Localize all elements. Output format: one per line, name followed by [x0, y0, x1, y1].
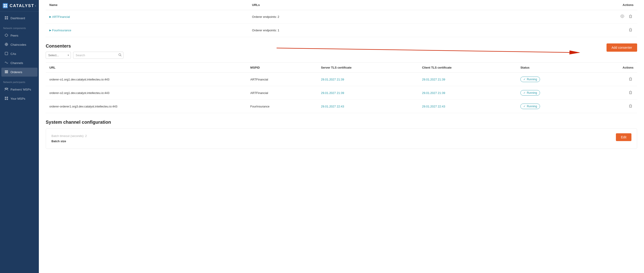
edit-button[interactable]: Edit: [616, 133, 632, 141]
col-name: Name: [46, 0, 248, 10]
svg-rect-4: [5, 16, 6, 18]
system-channel-section: System channel configuration Batch timeo…: [39, 113, 644, 152]
sidebar-collapse-icon[interactable]: ‹: [35, 4, 36, 8]
peers-icon: [4, 33, 8, 38]
consenter-actions: [588, 86, 637, 100]
consenters-title: Consenters: [46, 44, 71, 49]
orderer-action-icons-2: [492, 27, 634, 33]
col-actions: Actions: [588, 63, 637, 73]
batch-timeout-label: Batch timeout (seconds):: [52, 134, 84, 138]
col-mspid: MSPID: [246, 63, 317, 73]
svg-point-20: [5, 88, 6, 89]
svg-rect-24: [5, 99, 6, 100]
sidebar-item-partners-msps-label: Partners' MSPs: [10, 88, 31, 91]
view-button[interactable]: [619, 14, 625, 20]
your-msps-icon: [4, 97, 8, 101]
orderer-name: ARTFinancial: [52, 15, 70, 19]
sidebar-item-your-msps[interactable]: Your MSPs: [1, 94, 38, 103]
client-tls-link[interactable]: 29.01.2027 21:39: [422, 78, 445, 81]
search-button[interactable]: [118, 53, 122, 57]
orderer-name-link[interactable]: ▶ ARTFinancial: [49, 15, 245, 19]
consenter-client-tls: 29.01.2027 21:39: [418, 73, 517, 86]
delete-button-2[interactable]: [628, 27, 634, 33]
status-text: Running: [527, 91, 537, 94]
status-text: Running: [527, 105, 537, 108]
col-actions: Actions: [488, 0, 637, 10]
svg-rect-2: [4, 6, 5, 7]
app-title: CATALYST: [10, 4, 34, 8]
config-content: Batch timeout (seconds): 2 Batch size: [52, 133, 87, 144]
consenter-row: orderer-o1.org1.dev.catalyst.intellecteu…: [46, 73, 637, 86]
consenter-status: ✓ Running: [517, 73, 588, 86]
status-badge: ✓ Running: [520, 77, 540, 82]
expand-arrow-icon-2: ▶: [49, 29, 51, 32]
check-icon: ✓: [523, 105, 526, 108]
add-consenter-button[interactable]: Add consenter: [606, 44, 637, 52]
server-tls-link[interactable]: 29.01.2027 21:39: [321, 91, 344, 95]
svg-rect-1: [6, 4, 7, 6]
search-input[interactable]: [73, 52, 124, 59]
sidebar-item-dashboard[interactable]: Dashboard: [1, 14, 38, 23]
content-area: Name URLs Actions ▶ ARTFinancial Ord: [39, 0, 644, 273]
sidebar-item-channels[interactable]: Channels: [1, 59, 38, 68]
svg-rect-25: [7, 99, 8, 100]
sidebar: CATALYST ‹ Dashboard Network components: [0, 0, 39, 273]
sidebar-logo: CATALYST ‹: [0, 0, 39, 12]
orderer-name-link-2[interactable]: ▶ FourInsurance: [49, 29, 245, 32]
sidebar-item-cas-label: CAs: [10, 52, 16, 56]
client-tls-link[interactable]: 29.01.2027 22:43: [422, 105, 445, 108]
sidebar-item-orderers[interactable]: Orderers: [1, 68, 38, 77]
sidebar-item-partners-msps[interactable]: Partners' MSPs: [1, 85, 38, 94]
svg-rect-7: [7, 18, 8, 20]
consenter-row: orderer-o2.org1.dev.catalyst.intellecteu…: [46, 86, 637, 100]
delete-button[interactable]: [628, 14, 634, 20]
network-components-label: Network components: [0, 23, 39, 31]
svg-rect-3: [6, 6, 7, 7]
delete-consenter-button[interactable]: [628, 90, 634, 96]
system-channel-title: System channel configuration: [46, 120, 637, 125]
client-tls-link[interactable]: 29.01.2027 21:39: [422, 91, 445, 95]
consenter-url: orderer-orderer1.org3.dev.catalyst.intel…: [46, 100, 246, 113]
consenter-row: orderer-orderer1.org3.dev.catalyst.intel…: [46, 100, 637, 113]
orderers-top-table-wrapper: Name URLs Actions ▶ ARTFinancial Ord: [39, 0, 644, 37]
orderer-name-cell: ▶ ARTFinancial: [46, 10, 248, 24]
svg-point-21: [7, 88, 8, 89]
filter-select[interactable]: Select...: [46, 52, 71, 59]
sidebar-item-chaincodes[interactable]: Chaincodes: [1, 40, 38, 49]
consenters-section: Consenters Add consenter Select...: [39, 37, 644, 113]
delete-consenter-button[interactable]: [628, 103, 634, 109]
consenter-server-tls: 29.01.2027 21:39: [317, 86, 418, 100]
server-tls-link[interactable]: 29.01.2027 21:39: [321, 78, 344, 81]
svg-rect-23: [7, 97, 8, 98]
search-wrapper: [73, 52, 124, 59]
sidebar-item-orderers-label: Orderers: [10, 70, 22, 74]
server-tls-link[interactable]: 29.01.2027 22:43: [321, 105, 344, 108]
consenter-mspid: FourInsurance: [246, 100, 317, 113]
consenter-mspid: ARTFinancial: [246, 86, 317, 100]
consenter-url: orderer-o1.org1.dev.catalyst.intellecteu…: [46, 73, 246, 86]
orderers-icon: [4, 70, 8, 74]
consenter-url: orderer-o2.org1.dev.catalyst.intellecteu…: [46, 86, 246, 100]
orderer-name-cell: ▶ FourInsurance: [46, 24, 248, 37]
batch-timeout-value: 2: [85, 134, 86, 138]
status-badge: ✓ Running: [520, 90, 540, 96]
svg-point-10: [6, 44, 7, 45]
delete-consenter-button[interactable]: [628, 76, 634, 82]
consenters-table: URL MSPID Server TLS certificate Client …: [46, 62, 637, 113]
svg-rect-6: [5, 18, 6, 20]
sidebar-item-peers[interactable]: Peers: [1, 31, 38, 40]
cas-icon: [4, 52, 8, 56]
svg-rect-17: [5, 72, 8, 72]
batch-size-row: Batch size: [52, 139, 87, 144]
svg-marker-8: [5, 34, 8, 37]
svg-rect-0: [4, 4, 5, 6]
orderer-actions-cell: [488, 10, 637, 24]
main-content: Name URLs Actions ▶ ARTFinancial Ord: [39, 0, 644, 273]
sidebar-item-cas[interactable]: CAs: [1, 49, 38, 58]
col-urls: URLs: [248, 0, 488, 10]
status-text: Running: [527, 78, 537, 81]
orderer-urls-cell: Orderer endpoints: 2: [248, 10, 488, 24]
consenter-actions: [588, 100, 637, 113]
svg-rect-22: [5, 97, 6, 98]
svg-rect-5: [7, 16, 8, 18]
